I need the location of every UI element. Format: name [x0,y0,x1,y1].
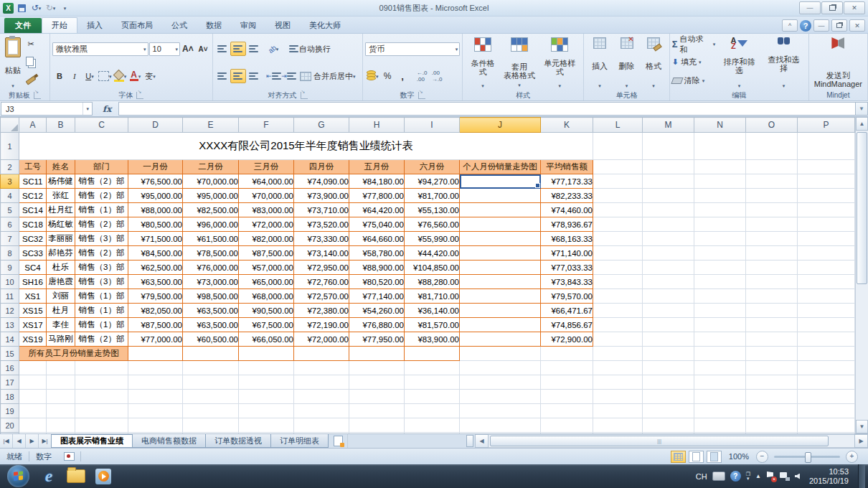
cell-O20[interactable] [746,418,798,433]
cell-K20[interactable] [541,418,593,433]
macro-record-button[interactable] [64,452,75,461]
language-indicator[interactable]: CH [696,472,707,481]
cell-E7[interactable]: ¥61,500.00 [183,232,239,246]
cell-A21[interactable] [19,433,47,434]
cell-B7[interactable]: 李丽丽 [47,232,75,246]
excel-app-icon[interactable]: X [3,3,14,14]
cell-E12[interactable]: ¥63,500.00 [183,304,239,318]
cell-B18[interactable] [47,390,75,404]
align-left-button[interactable] [215,70,230,83]
cell-G7[interactable]: ¥73,330.00 [294,232,349,246]
cell-B8[interactable]: 郝艳芬 [47,246,75,261]
cell-F17[interactable] [239,375,294,390]
cell-P5[interactable] [798,203,855,217]
phonetic-guide-button[interactable]: 变▾ [143,70,157,83]
format-painter-button[interactable] [24,74,38,87]
cell-B9[interactable]: 杜乐 [47,261,75,275]
cell-G20[interactable] [294,418,349,433]
cell-E5[interactable]: ¥82,500.00 [183,203,239,217]
cell-C20[interactable] [75,418,128,433]
cell-G4[interactable]: ¥73,900.00 [294,189,349,203]
row-header-2[interactable]: 2 [1,160,19,174]
header-cell-I2[interactable]: 六月份 [405,160,460,174]
cell-I18[interactable] [405,390,460,404]
cell-J8[interactable] [460,246,541,261]
cell-P9[interactable] [798,261,855,275]
tab-formulas[interactable]: 公式 [162,18,197,33]
formula-input[interactable] [118,102,855,116]
cell-H18[interactable] [349,390,405,404]
cell-D7[interactable]: ¥71,500.00 [128,232,183,246]
cell-L2[interactable] [593,160,643,174]
cell-C3[interactable]: 销售（2）部 [75,174,128,189]
row-header-16[interactable]: 16 [1,361,19,375]
cell-F3[interactable]: ¥64,000.00 [239,174,294,189]
cell-H16[interactable] [349,361,405,375]
increase-indent-button[interactable]: ⇥ [280,70,294,83]
cell-G18[interactable] [294,390,349,404]
cell-B13[interactable]: 李佳 [47,318,75,332]
cell-D6[interactable]: ¥80,500.00 [128,217,183,232]
cell-F8[interactable]: ¥87,500.00 [239,246,294,261]
cell-L3[interactable] [593,174,643,189]
cell-P13[interactable] [798,318,855,332]
cut-button[interactable]: ✂ [24,38,38,51]
cell-P10[interactable] [798,275,855,289]
cell-B3[interactable]: 杨伟健 [47,174,75,189]
alignment-dialog-launcher[interactable] [301,92,308,99]
cell-L1[interactable] [593,133,643,160]
cell-I5[interactable]: ¥55,130.00 [405,203,460,217]
wrap-text-button[interactable]: 自动换行 [288,42,331,55]
cell-I21[interactable] [405,433,460,434]
cell-A11[interactable]: XS1 [19,289,47,304]
cell-K17[interactable] [541,375,593,390]
cell-D21[interactable] [128,433,183,434]
cell-H20[interactable] [349,418,405,433]
cell-F18[interactable] [239,390,294,404]
tab-split-handle[interactable] [466,435,473,447]
cell-H15[interactable] [349,347,405,361]
restore-button[interactable] [821,1,843,14]
cell-O15[interactable] [746,347,798,361]
cell-I19[interactable] [405,404,460,418]
cell-G10[interactable]: ¥72,760.00 [294,275,349,289]
cell-M8[interactable] [643,246,694,261]
sheet-tab-4[interactable]: 订单明细表 [270,434,329,448]
cell-G14[interactable]: ¥72,000.00 [294,332,349,347]
page-layout-view-button[interactable] [689,451,704,463]
cell-K21[interactable] [541,433,593,434]
last-sheet-button[interactable]: ▶| [39,434,52,448]
cell-J19[interactable] [460,404,541,418]
cell-B20[interactable] [47,418,75,433]
cell-J7[interactable] [460,232,541,246]
cell-O5[interactable] [746,203,798,217]
cell-C18[interactable] [75,390,128,404]
align-middle-button[interactable] [230,42,246,56]
cell-F10[interactable]: ¥65,000.00 [239,275,294,289]
clipboard-dialog-launcher[interactable] [34,92,41,99]
column-header-K[interactable]: K [541,118,593,133]
zoom-slider[interactable] [774,456,840,458]
align-bottom-button[interactable] [247,42,261,55]
cell-B14[interactable]: 马路刚 [47,332,75,347]
cell-N11[interactable] [694,289,746,304]
cell-K5[interactable]: ¥74,460.00 [541,203,593,217]
cell-B16[interactable] [47,361,75,375]
cell-N10[interactable] [694,275,746,289]
cell-H6[interactable]: ¥75,040.00 [349,217,405,232]
column-header-B[interactable]: B [47,118,75,133]
cell-K8[interactable]: ¥71,140.00 [541,246,593,261]
cell-D8[interactable]: ¥84,500.00 [128,246,183,261]
cell-D15[interactable] [128,347,183,361]
cell-G17[interactable] [294,375,349,390]
cell-F19[interactable] [239,404,294,418]
cell-L14[interactable] [593,332,643,347]
bold-button[interactable]: B [52,70,67,83]
zoom-out-button[interactable]: − [756,451,768,463]
decrease-decimal-button[interactable]: .00→.0 [430,70,444,83]
cell-N15[interactable] [694,347,746,361]
cell-O9[interactable] [746,261,798,275]
cell-E19[interactable] [183,404,239,418]
taskbar-clock[interactable]: 10:53 2015/10/19 [805,467,853,486]
header-cell-B2[interactable]: 姓名 [47,160,75,174]
